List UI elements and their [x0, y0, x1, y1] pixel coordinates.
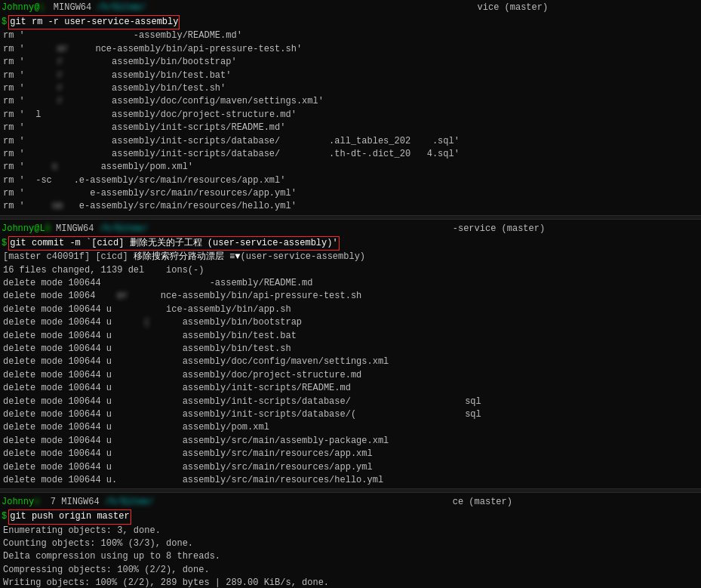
user-1: Johnny@L — [2, 1, 45, 14]
del-9: delete mode 100644 u assembly/init-scrip… — [0, 382, 701, 395]
mingw-2: MINGW64 — [56, 222, 94, 236]
service-1: vice (master) — [352, 1, 548, 14]
commit-result: [master c40091f] [cicd] 移除搜索狩分路动漂层 ≡▼(us… — [0, 251, 701, 263]
cmd-line-2: $ git commit -m `[cicd] 删除无关的子工程 (user-s… — [0, 236, 701, 251]
path-3: /h/Gitee/ — [105, 495, 154, 509]
push-out-4: Compressing objects: 100% (2/2), done. — [0, 564, 701, 577]
del-1: delete mode 100644 -assembly/README.md — [0, 277, 701, 290]
path-1: /h/Gitee/ — [97, 1, 146, 14]
path-3b — [154, 495, 344, 509]
del-7: delete mode 100644 u assembly/doc/config… — [0, 356, 701, 368]
cmd-line-3: $ git push origin master — [0, 509, 701, 524]
command-text-2b: (user-service-assembly)' — [208, 238, 338, 248]
push-out-5: Writing objects: 100% (2/2), 289 bytes |… — [0, 577, 701, 588]
del-4: delete mode 100644 u ( assembly/bin/boot… — [0, 316, 701, 329]
terminal-window: Johnny@L MINGW64 /h/Gitee/ vice (master)… — [0, 0, 701, 588]
del-14: delete mode 100644 u assembly/src/main/r… — [0, 448, 701, 460]
output-1-7: rm ' l assembly/doc/project-structure.md… — [0, 109, 701, 122]
path-2b — [148, 222, 355, 236]
output-1-5: rm ' r assembly/bin/test.sh' — [0, 82, 701, 95]
del-11: delete mode 100644 u assembly/init-scrip… — [0, 408, 701, 421]
del-13: delete mode 100644 u assembly/src/main/a… — [0, 435, 701, 448]
command-chinese: 删除无关的子工程 — [130, 238, 202, 248]
service-3: ce (master) — [344, 495, 512, 509]
command-text-2: git commit -m `[cicd] — [10, 238, 124, 248]
output-1-3: rm ' r assembly/bin/bootstrap' — [0, 56, 701, 69]
push-out-1: Enumerating objects: 3, done. — [0, 525, 701, 537]
del-8: delete mode 100644 u assembly/doc/projec… — [0, 369, 701, 382]
del-3: delete mode 100644 u ice-assembly/bin/ap… — [0, 303, 701, 316]
del-5: delete mode 100644 u assembly/bin/test.b… — [0, 330, 701, 343]
mingw-1: MINGW64 — [54, 1, 91, 14]
del-2: delete mode 10064 er nce-assembly/bin/ap… — [0, 290, 701, 303]
del-12: delete mode 100644 u assembly/pom.xml — [0, 421, 701, 434]
del-10: delete mode 100644 u assembly/init-scrip… — [0, 396, 701, 408]
del-15: delete mode 100644 u assembly/src/main/r… — [0, 461, 701, 474]
output-1-14: rm ' se e-assembly/src/main/resources/he… — [0, 200, 701, 213]
output-1-4: rm ' r assembly/bin/test.bat' — [0, 69, 701, 82]
output-1-1: rm ' -assembly/README.md' — [0, 29, 701, 42]
output-1-10: rm ' assembly/init-scripts/database/ .th… — [0, 148, 701, 161]
sep-1 — [0, 215, 701, 220]
output-1-9: rm ' assembly/init-scripts/database/ .al… — [0, 135, 701, 148]
output-1-2: rm ' er nce-assembly/bin/api-pressure-te… — [0, 43, 701, 56]
push-out-2: Counting objects: 100% (3/3), done. — [0, 537, 701, 550]
prompt-2: Johnny@LA MINGW64 /h/Gitee/ -service (ma… — [0, 221, 701, 236]
command-text-1: git rm -r user-service-assembly — [10, 17, 178, 27]
path-1b — [146, 1, 352, 14]
service-2: -service (master) — [355, 222, 545, 236]
mingw-3: 7 MINGW64 — [45, 495, 100, 509]
sep-2 — [0, 488, 701, 493]
command-text-3: git push origin master — [10, 511, 129, 522]
user-3: Johnnyv — [2, 495, 39, 509]
output-1-8: rm ' assembly/init-scripts/README.md' — [0, 122, 701, 134]
del-6: delete mode 100644 u assembly/bin/test.s… — [0, 343, 701, 356]
push-out-3: Delta compression using up to 8 threads. — [0, 550, 701, 563]
output-1-11: rm ' s assembly/pom.xml' — [0, 161, 701, 174]
prompt-3: Johnnyv 7 MINGW64 /h/Gitee/ ce (master) — [0, 494, 701, 509]
output-1-13: rm ' e-assembly/src/main/resources/app.y… — [0, 187, 701, 200]
command-box-1: git rm -r user-service-assembly — [8, 15, 180, 29]
cmd-line-1: $ git rm -r user-service-assembly — [0, 15, 701, 29]
del-16: delete mode 100644 u. assembly/src/main/… — [0, 474, 701, 487]
command-box-2: git commit -m `[cicd] 删除无关的子工程 (user-ser… — [8, 236, 339, 251]
output-1-6: rm ' r assembly/doc/config/maven/setting… — [0, 95, 701, 108]
path-2: /h/Gitee/ — [100, 222, 149, 236]
user-2: Johnny@LA — [2, 222, 51, 236]
prompt-1: Johnny@L MINGW64 /h/Gitee/ vice (master) — [0, 0, 701, 15]
command-box-3: git push origin master — [8, 509, 131, 524]
commit-stats: 16 files changed, 1139 del ions(-) — [0, 264, 701, 277]
output-1-12: rm ' -sc .e-assembly/src/main/resources/… — [0, 174, 701, 187]
